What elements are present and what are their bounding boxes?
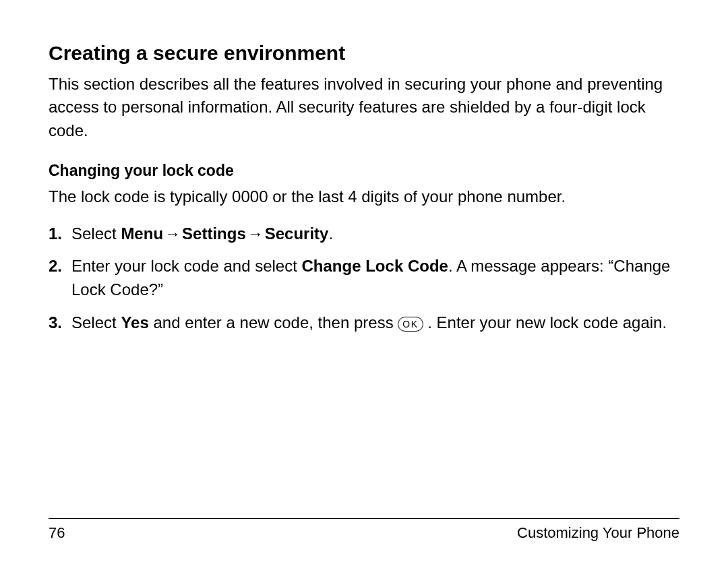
step-number: 1.	[49, 222, 71, 246]
step-3: 3. Select Yes and enter a new code, then…	[49, 311, 679, 335]
arrow-icon: →	[163, 224, 182, 243]
step-2: 2. Enter your lock code and select Chang…	[49, 255, 679, 302]
bold-settings: Settings	[182, 224, 246, 243]
steps-list: 1. Select Menu→Settings→Security. 2. Ent…	[49, 222, 679, 335]
arrow-icon: →	[246, 224, 265, 243]
manual-page: Creating a secure environment This secti…	[0, 0, 728, 562]
bold-yes: Yes	[121, 313, 148, 332]
bold-change-lock-code: Change Lock Code	[302, 257, 448, 275]
ok-key-icon: OK	[398, 317, 423, 332]
step-body: Select Menu→Settings→Security.	[71, 222, 679, 246]
step-number: 3.	[49, 311, 71, 335]
step-body: Select Yes and enter a new code, then pr…	[71, 311, 679, 335]
sub-intro-paragraph: The lock code is typically 0000 or the l…	[49, 185, 679, 209]
step-1: 1. Select Menu→Settings→Security.	[49, 222, 679, 246]
step-body: Enter your lock code and select Change L…	[71, 255, 679, 302]
text: .	[328, 224, 333, 243]
bold-security: Security	[265, 224, 329, 243]
page-number: 76	[49, 524, 65, 542]
sub-heading: Changing your lock code	[49, 162, 679, 180]
text: . Enter your new lock code again.	[423, 313, 667, 332]
page-footer: 76 Customizing Your Phone	[49, 518, 679, 542]
text: Select	[71, 224, 121, 243]
footer-rule	[49, 518, 679, 519]
step-number: 2.	[49, 255, 71, 302]
text: Select	[71, 313, 121, 332]
text: and enter a new code, then press	[149, 313, 398, 332]
bold-menu: Menu	[121, 224, 163, 243]
footer-section-title: Customizing Your Phone	[517, 524, 679, 542]
intro-paragraph: This section describes all the features …	[49, 73, 679, 143]
text: Enter your lock code and select	[71, 257, 302, 275]
section-heading: Creating a secure environment	[49, 40, 679, 66]
